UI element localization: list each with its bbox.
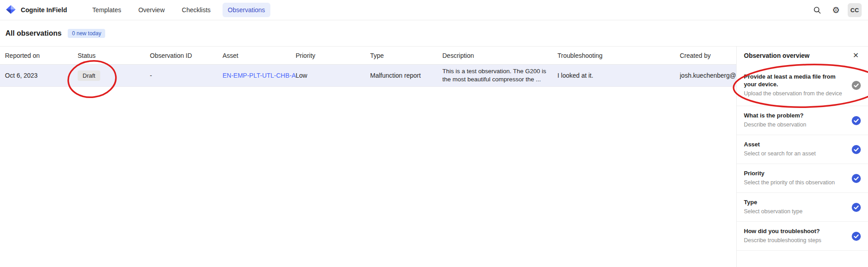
panel-item-subtitle: Select or search for an asset (744, 150, 816, 157)
nav-templates[interactable]: Templates (87, 3, 127, 17)
panel-item-subtitle: Describe troubleshooting steps (744, 237, 822, 244)
panel-item-text: Asset Select or search for an asset (744, 141, 816, 157)
panel-title: Observation overview (744, 52, 810, 59)
close-icon: ✕ (853, 52, 859, 59)
panel-item-subtitle: Select the priority of this observation (744, 179, 835, 186)
observations-table: Reported on Status Observation ID Asset … (0, 47, 736, 267)
panel-item-title: How did you troubleshoot? (744, 228, 822, 235)
panel-item-subtitle: Upload the observation from the device (744, 90, 847, 97)
panel-item-text: Provide at least a media file from your … (744, 73, 847, 97)
panel-item-text: Priority Select the priority of this obs… (744, 170, 835, 186)
panel-header: Observation overview ✕ (737, 47, 868, 65)
cell-observation-id: - (150, 72, 223, 79)
status-draft-chip: Draft (78, 70, 100, 81)
col-header-created-by: Created by (680, 52, 736, 59)
panel-item-priority: Priority Select the priority of this obs… (737, 164, 868, 193)
col-header-priority: Priority (296, 52, 370, 59)
table-header-row: Reported on Status Observation ID Asset … (0, 47, 736, 65)
nav-checklists[interactable]: Checklists (176, 3, 216, 17)
panel-item-text: How did you troubleshoot? Describe troub… (744, 228, 822, 244)
col-header-type: Type (370, 52, 442, 59)
gear-icon: ⚙ (832, 6, 840, 14)
nav-observations[interactable]: Observations (223, 3, 270, 17)
settings-button[interactable]: ⚙ (829, 3, 843, 17)
cell-asset: EN-EMP-PLT-UTL-CHB-AI (223, 72, 296, 79)
panel-item-title: Priority (744, 170, 835, 178)
panel-item-subtitle: Select observation type (744, 208, 803, 215)
app-logo-icon (5, 5, 16, 15)
content-area: Reported on Status Observation ID Asset … (0, 47, 868, 267)
cell-type: Malfunction report (370, 72, 442, 79)
cell-priority: Low (296, 72, 370, 79)
panel-item-title: Provide at least a media file from your … (744, 73, 847, 89)
cell-created-by: josh.kuechenberg@c (680, 72, 736, 79)
check-circle-icon-complete (852, 145, 861, 154)
col-header-observation-id: Observation ID (150, 52, 223, 59)
panel-item-text: Type Select observation type (744, 199, 803, 215)
close-panel-button[interactable]: ✕ (850, 50, 862, 61)
panel-item-title: What is the problem? (744, 112, 806, 120)
page-title: All observations (5, 29, 61, 37)
panel-item-asset: Asset Select or search for an asset (737, 135, 868, 164)
panel-item-title: Type (744, 199, 803, 206)
cell-description: This is a test observation. The G200 is … (442, 67, 557, 84)
check-circle-icon-incomplete (852, 81, 861, 90)
table-row[interactable]: Oct 6, 2023 Draft - EN-EMP-PLT-UTL-CHB-A… (0, 65, 736, 87)
panel-item-text: What is the problem? Describe the observ… (744, 112, 806, 128)
search-button[interactable] (810, 3, 824, 17)
app-window: Cognite InField Templates Overview Check… (0, 0, 868, 267)
panel-item-type: Type Select observation type (737, 193, 868, 222)
page-header: All observations 0 new today (0, 20, 868, 47)
brand-name: Cognite InField (21, 6, 67, 14)
cell-troubleshooting: I looked at it. (557, 72, 680, 79)
search-icon (813, 6, 821, 14)
col-header-asset: Asset (223, 52, 296, 59)
col-header-reported-on: Reported on (5, 52, 78, 59)
check-circle-icon-complete (852, 232, 861, 241)
observation-overview-panel: Observation overview ✕ Provide at least … (736, 47, 868, 267)
check-circle-icon-complete (852, 203, 861, 212)
col-header-troubleshooting: Troubleshooting (557, 52, 680, 59)
panel-item-subtitle: Describe the observation (744, 121, 806, 128)
col-header-description: Description (442, 52, 557, 59)
panel-item-media-file: Provide at least a media file from your … (737, 65, 868, 106)
nav-overview[interactable]: Overview (133, 3, 170, 17)
brand: Cognite InField (5, 5, 67, 15)
panel-item-problem: What is the problem? Describe the observ… (737, 106, 868, 135)
cell-status: Draft (78, 70, 150, 81)
col-header-status: Status (78, 52, 150, 59)
top-navbar: Cognite InField Templates Overview Check… (0, 0, 868, 20)
avatar[interactable]: CC (848, 3, 862, 17)
new-today-badge: 0 new today (68, 29, 105, 38)
panel-item-title: Asset (744, 141, 816, 149)
check-circle-icon-complete (852, 116, 861, 125)
cell-reported-on: Oct 6, 2023 (5, 72, 78, 79)
panel-item-troubleshoot: How did you troubleshoot? Describe troub… (737, 222, 868, 251)
asset-link[interactable]: EN-EMP-PLT-UTL-CHB-AI (223, 72, 296, 79)
main-nav: Templates Overview Checklists Observatio… (87, 3, 270, 17)
check-circle-icon-complete (852, 174, 861, 183)
topbar-actions: ⚙ CC (810, 3, 862, 17)
